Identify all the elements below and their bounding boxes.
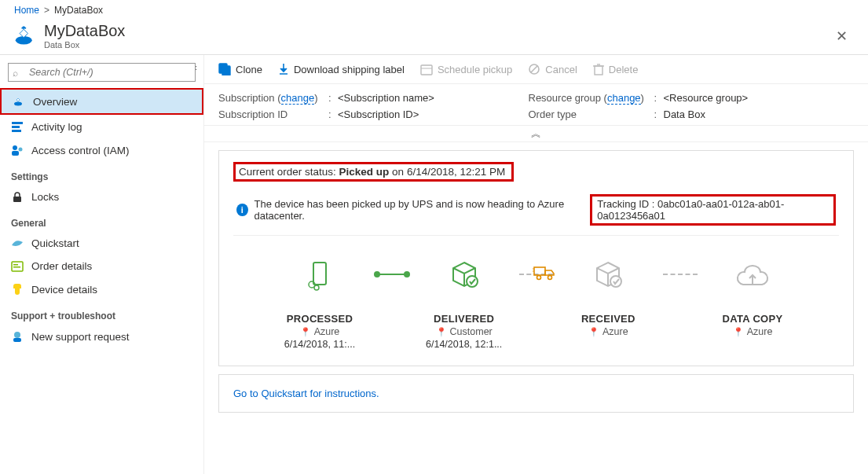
essentials-collapse-toggle[interactable]: ︽	[204, 125, 868, 142]
svg-rect-11	[13, 266, 20, 268]
sidebar-item-overview[interactable]: Overview	[0, 88, 203, 115]
search-input[interactable]	[8, 63, 196, 82]
data-copy-icon	[698, 256, 808, 294]
sidebar-item-label: Quickstart	[31, 237, 79, 249]
location-pin-icon: 📍	[733, 327, 744, 337]
command-bar: Clone Download shipping label Schedule p…	[204, 55, 868, 84]
resource-group-value: <Resource group>	[664, 92, 855, 104]
clone-icon	[218, 63, 231, 75]
tool-label: Cancel	[545, 64, 577, 75]
sidebar-item-quickstart[interactable]: Quickstart	[0, 232, 203, 255]
subscription-label: Subscription (change)	[218, 92, 328, 104]
stage-delivered: DELIVERED 📍Customer 6/14/2018, 12:1...	[409, 256, 519, 350]
page-subtitle: Data Box	[44, 40, 125, 50]
resource-group-change-link[interactable]: change	[607, 92, 641, 105]
subscription-value: <Subscription name>	[338, 92, 529, 104]
breadcrumb-home[interactable]: Home	[14, 5, 39, 16]
sidebar-item-label: Locks	[31, 191, 59, 203]
breadcrumb-separator: >	[44, 5, 49, 16]
support-icon	[11, 330, 24, 343]
overview-icon	[13, 95, 25, 108]
device-details-icon	[11, 283, 24, 296]
location-pin-icon: 📍	[588, 327, 599, 337]
order-status-panel: Current order status: Picked up on 6/14/…	[218, 150, 854, 366]
subscription-change-link[interactable]: change	[281, 92, 315, 105]
sidebar-group-general: General	[0, 208, 203, 232]
svg-point-25	[314, 285, 319, 290]
cancel-icon	[528, 63, 540, 75]
chevron-up-icon: ︽	[531, 127, 541, 139]
sidebar-item-label: Access control (IAM)	[31, 145, 130, 156]
sidebar-item-device-details[interactable]: Device details	[0, 277, 203, 301]
processed-icon	[265, 256, 375, 294]
svg-point-1	[14, 102, 22, 106]
lock-icon	[11, 192, 24, 203]
sidebar-item-access-control[interactable]: Access control (IAM)	[0, 138, 203, 162]
delivered-icon	[409, 256, 519, 294]
cancel-button: Cancel	[528, 63, 577, 75]
tool-label: Delete	[609, 64, 639, 75]
search-icon: ⌕	[13, 68, 18, 79]
subscription-id-value: <Subscription ID>	[338, 108, 529, 120]
sidebar-item-label: Device details	[31, 284, 97, 296]
svg-point-32	[610, 276, 621, 287]
tool-label: Download shipping label	[294, 64, 405, 75]
sidebar-group-support: Support + troubleshoot	[0, 301, 203, 325]
sidebar-item-label: Activity log	[31, 121, 82, 133]
svg-rect-7	[12, 151, 19, 156]
quickstart-icon	[11, 238, 24, 249]
sidebar-item-label: Order details	[31, 260, 92, 272]
svg-rect-20	[595, 66, 602, 75]
quickstart-panel: Go to Quickstart for instructions.	[218, 374, 854, 413]
sidebar-item-new-support-request[interactable]: New support request	[0, 325, 203, 348]
stage-received: RECEIVED 📍Azure	[553, 256, 663, 339]
order-type-label: Order type	[529, 108, 654, 120]
connector-1	[375, 274, 409, 275]
status-info-line: i The device has been picked up by UPS a…	[233, 189, 839, 236]
clone-button[interactable]: Clone	[218, 63, 262, 75]
essentials: Subscription (change) : <Subscription na…	[204, 84, 868, 125]
svg-line-19	[531, 66, 537, 72]
page-title: MyDataBox	[44, 22, 125, 40]
sidebar-item-label: Overview	[33, 96, 77, 108]
shipping-truck-icon	[533, 264, 556, 284]
databox-icon	[14, 25, 36, 47]
current-order-status: Current order status: Picked up on 6/14/…	[233, 162, 514, 182]
sidebar-item-label: New support request	[31, 331, 130, 343]
location-pin-icon: 📍	[300, 327, 311, 337]
stage-data-copy: DATA COPY 📍Azure	[698, 256, 808, 339]
stage-processed: PROCESSED 📍Azure 6/14/2018, 11:...	[265, 256, 375, 350]
svg-rect-8	[13, 197, 21, 202]
breadcrumb-current: MyDataBox	[54, 5, 103, 16]
quickstart-link[interactable]: Go to Quickstart for instructions.	[233, 388, 379, 399]
delete-button: Delete	[593, 63, 639, 75]
activity-log-icon	[11, 120, 24, 133]
calendar-icon	[420, 63, 433, 75]
access-control-icon	[11, 144, 24, 156]
svg-rect-15	[222, 66, 230, 75]
close-button[interactable]: ✕	[830, 24, 854, 48]
trash-icon	[593, 63, 604, 75]
order-stages: PROCESSED 📍Azure 6/14/2018, 11:... DELIV…	[233, 236, 839, 350]
svg-point-6	[19, 148, 23, 152]
svg-rect-27	[534, 267, 545, 275]
svg-rect-13	[13, 338, 21, 342]
sidebar: « ⌕ Overview Activity log Access control…	[0, 55, 204, 474]
svg-point-5	[13, 145, 17, 150]
svg-point-12	[14, 332, 20, 338]
sidebar-item-locks[interactable]: Locks	[0, 186, 203, 208]
svg-rect-4	[12, 130, 21, 132]
sidebar-item-activity-log[interactable]: Activity log	[0, 115, 203, 138]
breadcrumb: Home > MyDataBox	[0, 0, 868, 19]
download-shipping-label-button[interactable]: Download shipping label	[278, 63, 405, 75]
svg-rect-3	[12, 126, 20, 128]
tool-label: Schedule pickup	[438, 64, 512, 75]
location-pin-icon: 📍	[436, 327, 447, 337]
order-type-value: Data Box	[664, 108, 855, 120]
schedule-pickup-button: Schedule pickup	[420, 63, 512, 75]
main-content: Clone Download shipping label Schedule p…	[204, 55, 868, 474]
svg-point-26	[467, 276, 478, 287]
tool-label: Clone	[236, 64, 262, 75]
received-icon	[553, 256, 663, 294]
sidebar-item-order-details[interactable]: Order details	[0, 255, 203, 277]
